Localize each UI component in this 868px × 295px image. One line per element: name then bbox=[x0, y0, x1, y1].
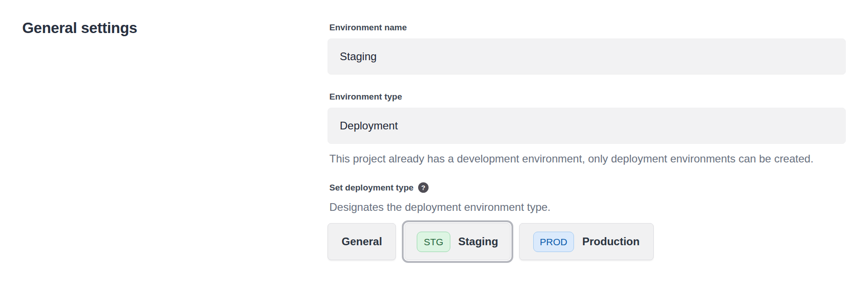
environment-name-input[interactable] bbox=[328, 38, 846, 75]
deployment-type-options: General STG Staging PROD Production bbox=[328, 220, 846, 263]
deployment-type-label-row: Set deployment type ? bbox=[329, 182, 846, 193]
deployment-type-option-production-label: Production bbox=[582, 235, 640, 248]
deployment-type-option-staging-selected-ring: STG Staging bbox=[402, 220, 513, 263]
settings-page: General settings Environment name Enviro… bbox=[0, 0, 868, 263]
deployment-type-option-staging-label: Staging bbox=[458, 235, 498, 248]
deployment-type-description: Designates the deployment environment ty… bbox=[329, 200, 846, 214]
question-mark-icon[interactable]: ? bbox=[418, 182, 429, 193]
environment-settings-form: Environment name Environment type This p… bbox=[328, 18, 846, 263]
settings-section-header: General settings bbox=[22, 18, 328, 263]
deployment-type-label: Set deployment type bbox=[329, 183, 414, 193]
staging-badge: STG bbox=[417, 232, 450, 252]
environment-type-label: Environment type bbox=[329, 92, 846, 102]
deployment-type-option-staging[interactable]: STG Staging bbox=[405, 223, 510, 260]
page-title: General settings bbox=[22, 19, 328, 37]
production-badge: PROD bbox=[533, 232, 574, 252]
deployment-type-option-production[interactable]: PROD Production bbox=[519, 223, 654, 260]
deployment-type-option-general-label: General bbox=[342, 235, 382, 248]
deployment-type-option-general[interactable]: General bbox=[328, 223, 396, 260]
environment-type-help-text: This project already has a development e… bbox=[329, 150, 846, 167]
environment-name-label: Environment name bbox=[329, 23, 846, 33]
environment-type-input[interactable] bbox=[328, 108, 846, 144]
